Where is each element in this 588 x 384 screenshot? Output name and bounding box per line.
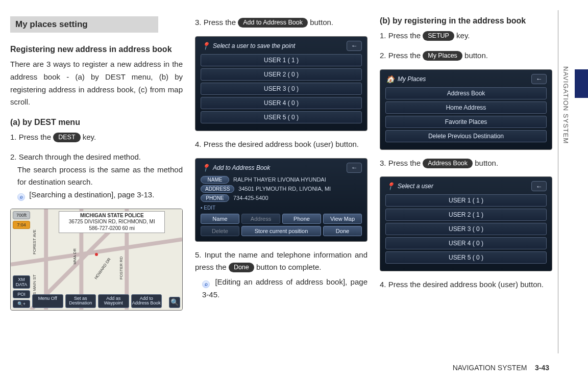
svg-text:MMA DR: MMA DR xyxy=(72,248,77,265)
user-row[interactable]: USER 3 ( 0 ) xyxy=(201,83,362,95)
shot2-title: Add to Address Book xyxy=(213,164,270,171)
step-a2-line1: 2. Search through the desired method. xyxy=(10,152,141,161)
step-a1-post: key. xyxy=(83,133,96,141)
zoom-out-button[interactable]: 🔍 xyxy=(169,297,180,308)
my-places-screenshot: 🏠My Places ← Address Book Home Address F… xyxy=(380,69,552,150)
name-value: RALPH THAYER LIVONIA HYUNDAI xyxy=(233,176,326,183)
step-b3-pre: 3. Press the xyxy=(380,159,423,167)
favorite-places-row[interactable]: Favorite Places xyxy=(385,116,547,128)
done-button[interactable]: Done xyxy=(323,226,362,236)
add-address-book-button[interactable]: Add to Address Book xyxy=(131,294,162,308)
step-a5-post: button to complete. xyxy=(256,263,322,271)
my-places-pill: My Places xyxy=(423,51,462,61)
user-row[interactable]: USER 4 ( 0 ) xyxy=(385,237,547,249)
store-position-button[interactable]: Store current position xyxy=(241,226,321,236)
view-map-button[interactable]: View Map xyxy=(323,214,362,224)
blue-thumb-tab xyxy=(575,69,588,98)
clock-chip: 7:04 xyxy=(13,221,30,229)
phone-value: 734-425-5400 xyxy=(233,195,268,201)
home-icon: 🏠 xyxy=(385,74,395,84)
subheading-a: (a) by DEST menu xyxy=(10,118,183,127)
pin-icon: 📍 xyxy=(201,41,210,50)
set-destination-button[interactable]: Set as Destination xyxy=(65,294,96,308)
zoom-in-chip[interactable]: 🔍+ xyxy=(13,300,30,308)
address-book-pill: Address Book xyxy=(423,159,473,168)
map-line1: MICHIGAN STATE POLICE xyxy=(61,213,162,219)
footer-section: NAVIGATION SYSTEM xyxy=(453,364,527,372)
step-b2-post: button. xyxy=(464,51,488,60)
address-book-row[interactable]: Address Book xyxy=(385,87,547,99)
add-waypoint-button[interactable]: Add as Waypoint xyxy=(98,294,129,308)
poi-chip[interactable]: POI xyxy=(13,290,30,298)
step-a1: 1. Press the DEST key. xyxy=(10,131,183,144)
side-tab-label: NAVIGATION SYSTEM xyxy=(562,66,570,144)
step-a2-xref: ⌕ [Searching a destination], page 3-13. xyxy=(17,189,183,201)
step-b1: 1. Press the SETUP key. xyxy=(380,30,552,42)
magnifier-icon: ⌕ xyxy=(202,280,210,288)
add-to-address-book-pill: Add to Address Book xyxy=(238,18,308,28)
edit-name-button[interactable]: Name xyxy=(201,214,239,224)
user-row[interactable]: USER 2 ( 0 ) xyxy=(201,68,362,81)
pin-icon: 📍 xyxy=(385,182,395,191)
right-divider xyxy=(558,10,558,353)
xref-text: [Searching a destination], page 3-13. xyxy=(29,190,154,199)
user-row[interactable]: USER 2 ( 1 ) xyxy=(385,209,547,221)
menu-off-button[interactable]: Menu Off xyxy=(32,294,63,308)
back-button[interactable]: ← xyxy=(531,181,547,191)
home-address-row[interactable]: Home Address xyxy=(385,101,547,114)
step-a3-post: button. xyxy=(310,18,333,27)
map-left-strip: 700ft 7:04 XM DATA POI 🔍+ xyxy=(13,211,30,308)
user-row[interactable]: USER 5 ( 0 ) xyxy=(201,111,362,123)
magnifier-icon: ⌕ xyxy=(17,193,25,201)
map-line2: 36725 DIVISION RD, RICHMOND, MI xyxy=(61,219,162,225)
select-user-screenshot: 📍Select a user to save the point ← USER … xyxy=(195,36,368,131)
step-a5: 5. Input the name and telephone informat… xyxy=(195,249,368,301)
svg-text:FOSTER RD: FOSTER RD xyxy=(119,256,124,279)
section-title-bar: My places setting xyxy=(10,16,158,33)
step-b2: 2. Press the My Places button. xyxy=(380,49,552,62)
user-row[interactable]: USER 1 ( 1 ) xyxy=(201,54,362,66)
step-b3: 3. Press the Address Book button. xyxy=(380,157,552,170)
user-row[interactable]: USER 3 ( 0 ) xyxy=(385,223,547,235)
select-user-screenshot-2: 📍Select a user ← USER 1 ( 1 ) USER 2 ( 1… xyxy=(380,176,552,271)
shot-title: Select a user to save the point xyxy=(213,42,295,49)
column-3: (b) by registering in the address book 1… xyxy=(380,16,552,316)
back-button[interactable]: ← xyxy=(347,41,362,51)
setup-pill: SETUP xyxy=(423,31,454,41)
done-pill: Done xyxy=(229,263,254,272)
shot3-title: My Places xyxy=(398,75,426,83)
step-b4: 4. Press the desired address book (user)… xyxy=(380,278,552,291)
shot4-title: Select a user xyxy=(398,183,433,190)
delete-button[interactable]: Delete xyxy=(201,226,239,236)
xref-text-2: [Editing an address of address book], pa… xyxy=(202,277,368,299)
back-button[interactable]: ← xyxy=(347,163,362,173)
address-label: ADDRESS xyxy=(201,185,234,193)
step-b2-pre: 2. Press the xyxy=(380,51,423,60)
user-row[interactable]: USER 5 ( 0 ) xyxy=(385,251,547,264)
footer-page: 3-43 xyxy=(535,364,549,372)
map-info-bar: MICHIGAN STATE POLICE 36725 DIVISION RD,… xyxy=(59,211,165,234)
address-value: 34501 PLYMOUTH RD, LIVONIA, MI xyxy=(238,186,331,192)
pin-icon: 📍 xyxy=(201,163,210,172)
user-row[interactable]: USER 1 ( 1 ) xyxy=(385,194,547,207)
name-label: NAME xyxy=(201,176,229,184)
scale-chip[interactable]: 700ft xyxy=(13,211,30,219)
page-footer: NAVIGATION SYSTEM 3-43 xyxy=(453,364,549,372)
svg-text:FOREST AVE: FOREST AVE xyxy=(32,229,37,254)
step-b3-post: button. xyxy=(475,159,498,167)
column-1: My places setting Registering new addres… xyxy=(10,16,183,316)
heading-registering: Registering new address in address book xyxy=(10,45,183,54)
column-2: 3. Press the Add to Address Book button.… xyxy=(195,16,368,316)
step-a1-pre: 1. Press the xyxy=(10,133,53,141)
map-line3: 586-727-0200 60 mi xyxy=(61,225,162,232)
xm-chip[interactable]: XM DATA xyxy=(13,275,30,289)
back-button[interactable]: ← xyxy=(531,74,547,84)
edit-address-button[interactable]: Address xyxy=(241,214,280,224)
map-screenshot: FOREST AVE S MAIN ST MMA DR HOWARD DR FO… xyxy=(10,209,183,311)
phone-label: PHONE xyxy=(201,194,229,202)
delete-prev-dest-row[interactable]: Delete Previous Destination xyxy=(385,130,547,142)
intro-paragraph: There are 3 ways to register a new addre… xyxy=(10,58,183,109)
edit-phone-button[interactable]: Phone xyxy=(282,214,321,224)
user-row[interactable]: USER 4 ( 0 ) xyxy=(201,97,362,109)
step-a3: 3. Press the Add to Address Book button. xyxy=(195,16,368,29)
